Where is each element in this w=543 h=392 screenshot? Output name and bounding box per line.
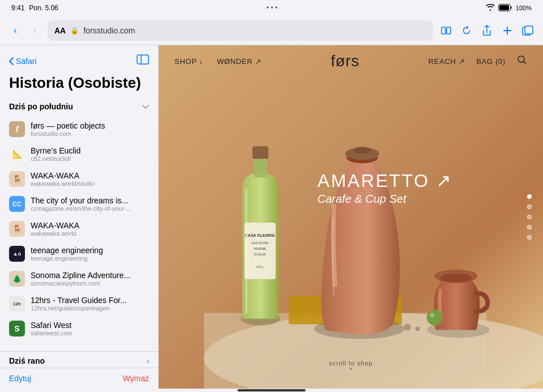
lock-icon: 🔒 [70, 27, 79, 35]
svg-rect-1 [499, 5, 509, 10]
item-text: teenage engineering teenage.engineering [31, 246, 149, 262]
favicon: 📐 [9, 146, 25, 162]
svg-point-27 [354, 147, 371, 154]
item-text: WAKA-WAKA wakawaka.world [31, 221, 149, 237]
item-title: WAKA-WAKA [31, 221, 149, 230]
favicon: 🌲 [9, 271, 25, 287]
favicon: S [9, 321, 25, 336]
item-text: The city of your dreams is... ccmagazine… [31, 196, 149, 212]
safari-back-label: Safari [16, 57, 37, 66]
sidebar-header: Safari [0, 45, 158, 72]
item-title: The city of your dreams is... [31, 196, 149, 205]
dot-4[interactable] [527, 225, 532, 229]
sidebar-layout-button[interactable] [137, 54, 149, 67]
dots-nav [527, 194, 532, 240]
edit-button[interactable]: Edytuj [9, 374, 31, 383]
list-item[interactable]: 🪑 WAKA-WAKA wakawaka.world [0, 216, 158, 241]
svg-point-30 [440, 274, 472, 283]
svg-point-34 [415, 326, 420, 331]
svg-text:OLIO EXTRA: OLIO EXTRA [252, 241, 269, 245]
svg-rect-2 [442, 27, 446, 34]
list-item[interactable]: 🌲 Sonoma Zipline Adventure... sonomacano… [0, 266, 158, 291]
battery-percent: 100% [516, 5, 532, 11]
site-logo[interactable]: førs [331, 52, 359, 70]
wonder-nav-link[interactable]: WØNDER ↗ [217, 57, 262, 66]
ipad-frame: 9:41 Pon. 5.06 • • • 100% [0, 0, 543, 392]
sidebar: Safari Historia (Osobiste) Dziś po połud… [0, 45, 159, 389]
favicon: f [9, 121, 25, 137]
share-button[interactable] [478, 22, 495, 39]
item-text: Safari West safariwest.com [31, 321, 149, 336]
favicon: 🪑 [9, 171, 25, 187]
item-title: Safari West [31, 321, 149, 330]
shop-nav-link[interactable]: SHOP ↓ [175, 57, 203, 66]
search-icon[interactable] [517, 55, 527, 67]
item-url: 12hrs.net/guide/copenhagen [31, 305, 149, 312]
home-indicator[interactable] [237, 389, 306, 391]
reader-button[interactable] [438, 22, 455, 39]
back-button[interactable]: ‹ [7, 22, 24, 39]
status-time: 9:41 [11, 4, 24, 12]
list-item[interactable]: S Safari West safariwest.com [0, 316, 158, 341]
item-title: teenage engineering [31, 246, 149, 255]
delete-button[interactable]: Wymaż [122, 374, 149, 383]
dot-1[interactable] [527, 194, 532, 199]
list-item[interactable]: 📐 Byrne's Euclid c82.net/euclid/ [0, 142, 158, 167]
morning-section-header[interactable]: Dziś rano › [0, 351, 158, 368]
svg-point-31 [427, 310, 443, 326]
afternoon-chevron-icon [142, 102, 149, 111]
sidebar-title: Historia (Osobiste) [0, 72, 158, 99]
wifi-icon [486, 4, 495, 12]
safari-back-button[interactable]: Safari [9, 57, 37, 66]
item-text: Sonoma Zipline Adventure... sonomacanopy… [31, 271, 149, 287]
svg-rect-6 [137, 55, 149, 64]
bag-nav-link[interactable]: BAG (0) [476, 57, 506, 66]
address-bar[interactable]: AA 🔒 forsstudio.com [48, 20, 433, 41]
list-item[interactable]: 12h 12hrs - Travel Guides For... 12hrs.n… [0, 291, 158, 316]
url-display: forsstudio.com [83, 26, 426, 35]
nav-left: SHOP ↓ WØNDER ↗ [175, 57, 262, 66]
list-item[interactable]: CC The city of your dreams is... ccmagaz… [0, 191, 158, 216]
new-tab-button[interactable] [499, 22, 516, 39]
site-nav: SHOP ↓ WØNDER ↗ førs REACH ↗ BAG (0) [159, 45, 543, 77]
svg-point-32 [430, 313, 435, 318]
hero-subtitle: Carafe & Cup Set [317, 193, 453, 206]
aa-button[interactable]: AA [54, 26, 66, 35]
favicon: CC [9, 196, 25, 212]
morning-section-more[interactable]: › [147, 357, 149, 365]
reach-nav-link[interactable]: REACH ↗ [429, 57, 465, 66]
svg-rect-15 [245, 223, 276, 279]
battery-icon [498, 4, 512, 12]
nav-right: REACH ↗ BAG (0) [429, 55, 527, 67]
refresh-button[interactable] [458, 22, 475, 39]
dot-3[interactable] [527, 215, 532, 219]
item-url: forsstudio.com [31, 130, 149, 137]
tabs-button[interactable] [519, 22, 536, 39]
dot-2[interactable] [527, 204, 532, 209]
forward-button[interactable]: › [26, 22, 43, 39]
item-text: WAKA-WAKA wakawaka.world/studio [31, 171, 149, 187]
list-item[interactable]: ▲o teenage engineering teenage.engineeri… [0, 241, 158, 266]
item-title: 12hrs - Travel Guides For... [31, 296, 149, 305]
item-title: Byrne's Euclid [31, 146, 149, 155]
item-title: Sonoma Zipline Adventure... [31, 271, 149, 280]
list-item[interactable]: 🪑 WAKA-WAKA wakawaka.world/studio [0, 167, 158, 191]
svg-text:0,50 L: 0,50 L [256, 265, 264, 269]
afternoon-section-header[interactable]: Dziś po południu [0, 99, 158, 114]
nav-buttons: ‹ › [7, 22, 43, 39]
list-item[interactable]: f førs — poetic objects forsstudio.com [0, 117, 158, 142]
item-title: førs — poetic objects [31, 121, 149, 130]
dot-5[interactable] [527, 235, 532, 240]
svg-text:VERGINE: VERGINE [253, 247, 266, 250]
item-url: c82.net/euclid/ [31, 155, 149, 162]
history-list: f førs — poetic objects forsstudio.com 📐… [0, 114, 158, 349]
browser-chrome: ‹ › AA 🔒 forsstudio.com [0, 16, 543, 45]
status-dots: • • • [266, 4, 277, 12]
sidebar-footer: Edytuj Wymaż [0, 368, 158, 389]
favicon: ▲o [9, 246, 25, 262]
hero-text-area: AMARETTO ↗ Carafe & Cup Set [317, 170, 453, 206]
home-indicator-bar [0, 389, 543, 392]
svg-text:DI OLIVA: DI OLIVA [254, 253, 266, 256]
afternoon-section-title: Dziś po południu [9, 102, 73, 111]
item-url: teenage.engineering [31, 255, 149, 262]
